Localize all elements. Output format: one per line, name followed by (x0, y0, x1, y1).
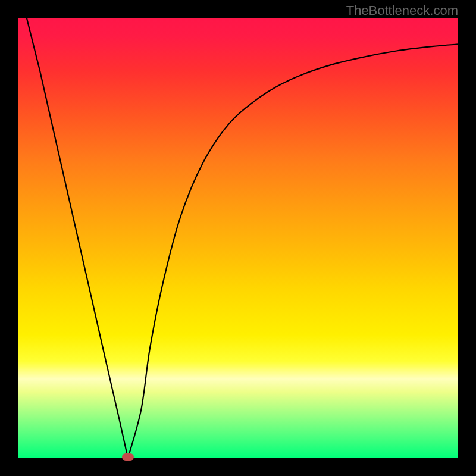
watermark-text: TheBottleneck.com (346, 3, 458, 18)
plot-background (18, 18, 458, 458)
optimal-point-marker (122, 453, 134, 461)
chart-container: TheBottleneck.com (0, 0, 476, 476)
